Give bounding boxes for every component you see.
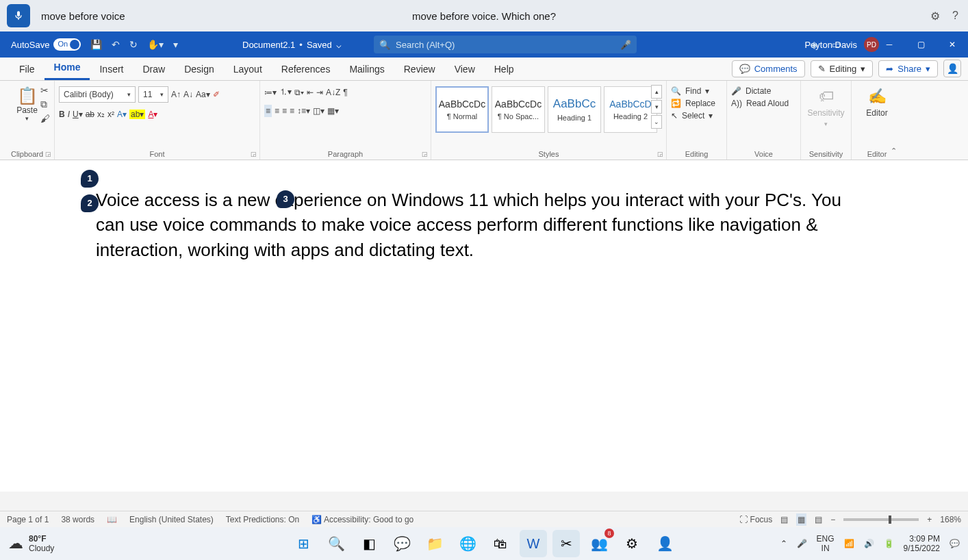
volume-icon[interactable]: 🔊 xyxy=(864,539,874,548)
subscript-button[interactable]: x₂ xyxy=(97,110,105,119)
change-case-icon[interactable]: Aa▾ xyxy=(196,90,210,99)
tab-references[interactable]: References xyxy=(272,58,340,80)
disambiguation-badge-2[interactable]: 2 xyxy=(81,194,99,212)
tab-view[interactable]: View xyxy=(445,58,485,80)
style-heading1[interactable]: AaBbCcHeading 1 xyxy=(548,86,601,133)
format-painter-icon[interactable]: 🖌 xyxy=(40,113,50,124)
settings-icon[interactable]: ⚙ xyxy=(618,530,646,557)
disambiguation-badge-1[interactable]: 1 xyxy=(81,170,99,188)
tab-home[interactable]: Home xyxy=(44,56,90,80)
align-center-icon[interactable]: ≡ xyxy=(275,106,279,116)
paragraph-launcher-icon[interactable]: ◲ xyxy=(422,151,428,157)
bullets-icon[interactable]: ≔▾ xyxy=(264,88,277,97)
page-indicator[interactable]: Page 1 of 1 xyxy=(7,515,49,524)
task-view-icon[interactable]: ◧ xyxy=(355,530,383,557)
autosave-switch[interactable]: On xyxy=(53,38,81,51)
taskbar-search-icon[interactable]: 🔍 xyxy=(322,530,350,557)
autosave-toggle[interactable]: AutoSave On xyxy=(0,38,81,51)
weather-widget[interactable]: ☁ 80°F Cloudy xyxy=(8,534,54,553)
grow-font-icon[interactable]: A↑ xyxy=(171,90,181,99)
styles-expand-icon[interactable]: ⌄ xyxy=(651,115,662,129)
voice-access-taskbar-icon[interactable]: 👤 xyxy=(651,530,678,557)
qat-more-icon[interactable]: ▾ xyxy=(173,39,178,50)
file-explorer-icon[interactable]: 📁 xyxy=(421,530,448,557)
accessibility-status[interactable]: ♿ Accessibility: Good to go xyxy=(311,515,413,524)
web-layout-icon[interactable]: ▤ xyxy=(815,515,822,524)
voice-help-icon[interactable]: ? xyxy=(952,10,958,23)
zoom-in-icon[interactable]: + xyxy=(927,515,932,524)
maximize-button[interactable]: ▢ xyxy=(905,31,937,58)
print-layout-icon[interactable]: ▦ xyxy=(796,513,806,526)
tray-overflow-icon[interactable]: ⌃ xyxy=(780,539,787,548)
document-title[interactable]: Document2.1 • Saved ⌵ xyxy=(242,40,342,50)
snip-icon[interactable]: ✂ xyxy=(552,530,580,557)
battery-icon[interactable]: 🔋 xyxy=(884,539,894,548)
zoom-level[interactable]: 168% xyxy=(940,515,961,524)
multilevel-icon[interactable]: ⧉▾ xyxy=(294,88,304,97)
tab-design[interactable]: Design xyxy=(175,58,224,80)
wifi-icon[interactable]: 📶 xyxy=(844,539,854,548)
read-mode-icon[interactable]: ▤ xyxy=(780,515,788,524)
editing-mode-button[interactable]: ✎ Editing ▾ xyxy=(811,60,874,77)
voice-mic-button[interactable] xyxy=(7,4,30,27)
tab-insert[interactable]: Insert xyxy=(90,58,133,80)
underline-button[interactable]: U▾ xyxy=(73,110,83,119)
edge-icon[interactable]: 🌐 xyxy=(454,530,481,557)
style-nospacing[interactable]: AaBbCcDc¶ No Spac... xyxy=(492,86,545,133)
focus-button[interactable]: ⛶ Focus xyxy=(739,515,772,524)
window-layout-icon[interactable]: ▭ xyxy=(832,39,841,50)
show-marks-icon[interactable]: ¶ xyxy=(343,88,347,97)
notifications-icon[interactable]: 💬 xyxy=(950,539,960,548)
language-indicator[interactable]: English (United States) xyxy=(129,515,214,524)
style-normal[interactable]: AaBbCcDc¶ Normal xyxy=(435,86,489,133)
save-icon[interactable]: 💾 xyxy=(90,39,102,50)
undo-icon[interactable]: ↶ xyxy=(112,39,120,50)
decrease-indent-icon[interactable]: ⇤ xyxy=(307,88,314,97)
clipboard-launcher-icon[interactable]: ◲ xyxy=(45,151,51,157)
tab-layout[interactable]: Layout xyxy=(224,58,272,80)
collapse-ribbon-icon[interactable]: ⌃ xyxy=(891,147,897,155)
word-count[interactable]: 38 words xyxy=(61,515,94,524)
sort-icon[interactable]: A↓Z xyxy=(326,88,340,97)
document-canvas[interactable]: 1 2 3 Voice access is a new experience o… xyxy=(0,160,968,492)
bold-button[interactable]: B xyxy=(59,110,65,119)
redo-icon[interactable]: ↻ xyxy=(129,39,138,50)
zoom-slider[interactable] xyxy=(843,518,919,521)
premium-icon[interactable]: ◈ xyxy=(811,39,818,50)
align-left-icon[interactable]: ≡ xyxy=(264,105,272,117)
font-size-combo[interactable]: 11▾ xyxy=(138,86,168,103)
read-aloud-button[interactable]: A)) Read Aloud xyxy=(731,99,796,108)
tab-help[interactable]: Help xyxy=(485,58,524,80)
styles-scroll-up-icon[interactable]: ▴ xyxy=(651,85,662,99)
comments-button[interactable]: 💬 Comments xyxy=(732,60,805,77)
word-icon[interactable]: W xyxy=(520,530,547,557)
shading-icon[interactable]: ◫▾ xyxy=(313,106,324,116)
close-button[interactable]: ✕ xyxy=(937,31,968,58)
zoom-out-icon[interactable]: − xyxy=(830,515,835,524)
justify-icon[interactable]: ≡ xyxy=(290,106,294,116)
select-button[interactable]: ↖ Select ▾ xyxy=(671,111,722,120)
language-switcher[interactable]: ENGIN xyxy=(817,534,835,553)
increase-indent-icon[interactable]: ⇥ xyxy=(316,88,323,97)
font-launcher-icon[interactable]: ◲ xyxy=(251,151,257,157)
styles-launcher-icon[interactable]: ◲ xyxy=(657,151,663,157)
text-predictions[interactable]: Text Predictions: On xyxy=(226,515,299,524)
dictate-button[interactable]: 🎤 Dictate xyxy=(731,86,796,96)
tray-mic-icon[interactable]: 🎤 xyxy=(797,539,807,548)
spellcheck-icon[interactable]: 📖 xyxy=(107,515,117,524)
tab-draw[interactable]: Draw xyxy=(133,58,175,80)
italic-button[interactable]: I xyxy=(68,110,70,119)
share-button[interactable]: ➦ Share ▾ xyxy=(878,60,938,77)
style-heading2[interactable]: AaBbCcDHeading 2 xyxy=(604,86,657,133)
numbering-icon[interactable]: ⒈▾ xyxy=(279,86,292,98)
highlight-icon[interactable]: ab▾ xyxy=(129,110,145,119)
search-mic-icon[interactable]: 🎤 xyxy=(620,40,631,50)
font-color-icon[interactable]: A▾ xyxy=(148,110,157,119)
touch-icon[interactable]: ✋▾ xyxy=(147,39,164,50)
replace-button[interactable]: 🔁 Replace xyxy=(671,99,722,108)
clock[interactable]: 3:09 PM9/15/2022 xyxy=(904,534,940,553)
align-right-icon[interactable]: ≡ xyxy=(282,106,287,116)
line-spacing-icon[interactable]: ↕≡▾ xyxy=(297,106,310,116)
chat-icon[interactable]: 💬 xyxy=(388,530,416,557)
superscript-button[interactable]: x² xyxy=(107,110,114,119)
